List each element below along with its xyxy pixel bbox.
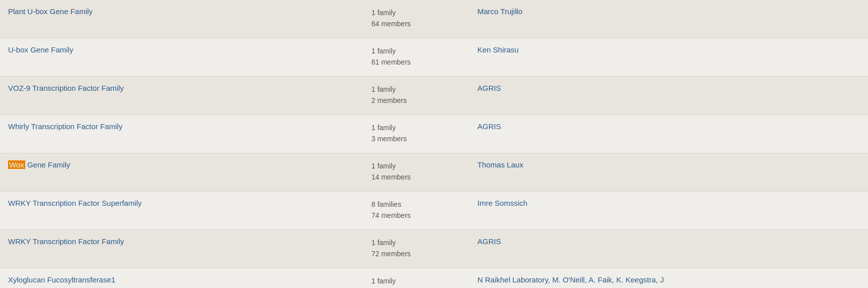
curator-link[interactable]: AGRIS — [477, 84, 501, 92]
family-name-link[interactable]: WRKY Transcription Factor Family — [8, 237, 124, 246]
families-count: 1 family — [371, 122, 461, 133]
highlight-text: Wox — [8, 160, 25, 169]
curator-link[interactable]: Imre Somssich — [477, 199, 527, 207]
curator-link[interactable]: Marco Trujillo — [477, 7, 522, 16]
family-stats: 1 family2 members — [363, 77, 469, 114]
families-count: 1 family — [371, 275, 461, 286]
family-name-link[interactable]: Wox Gene Family — [8, 160, 70, 169]
families-count: 1 family — [371, 7, 461, 18]
table-row: WRKY Transcription Factor Superfamily8 f… — [0, 192, 868, 230]
families-count: 1 family — [371, 84, 461, 95]
table-row: WRKY Transcription Factor Family1 family… — [0, 230, 868, 268]
curator-link[interactable]: AGRIS — [477, 237, 501, 246]
table-row: U-box Gene Family1 family61 membersKen S… — [0, 38, 868, 77]
members-count: 74 members — [371, 210, 461, 221]
family-name-link[interactable]: Plant U-box Gene Family — [8, 7, 93, 16]
table-row: VOZ-9 Transcription Factor Family1 famil… — [0, 77, 868, 115]
families-count: 1 family — [371, 45, 461, 56]
family-stats: 1 family3 members — [363, 115, 469, 153]
families-count: 8 families — [371, 199, 461, 210]
curator-link[interactable]: N Raikhel Laboratory, M. O'Neill, A. Fai… — [477, 275, 664, 284]
table-row: Xyloglucan Fucosyltransferase11 familyN … — [0, 268, 868, 288]
families-count: 1 family — [371, 237, 461, 248]
curator-link[interactable]: Ken Shirasu — [477, 45, 519, 54]
family-stats: 1 family61 members — [363, 38, 469, 76]
members-count: 72 members — [371, 248, 461, 259]
family-name-link[interactable]: U-box Gene Family — [8, 45, 73, 54]
members-count: 64 members — [371, 18, 461, 29]
family-stats: 1 family — [363, 268, 469, 288]
family-stats: 1 family14 members — [363, 153, 469, 191]
family-stats: 1 family72 members — [363, 230, 469, 268]
curator-link[interactable]: Thomas Laux — [477, 160, 523, 169]
family-name-link[interactable]: Xyloglucan Fucosyltransferase1 — [8, 275, 116, 284]
members-count: 61 members — [371, 56, 461, 68]
gene-family-table: Plant U-box Gene Family1 family64 member… — [0, 0, 868, 288]
table-row: Plant U-box Gene Family1 family64 member… — [0, 0, 868, 38]
families-count: 1 family — [371, 160, 461, 171]
members-count: 14 members — [371, 171, 461, 183]
curator-link[interactable]: AGRIS — [477, 122, 501, 131]
family-name-link[interactable]: VOZ-9 Transcription Factor Family — [8, 84, 124, 92]
members-count: 3 members — [371, 133, 461, 144]
table-row: Whirly Transcription Factor Family1 fami… — [0, 115, 868, 153]
family-stats: 1 family64 members — [363, 0, 469, 38]
members-count: 2 members — [371, 95, 461, 106]
family-name-link[interactable]: WRKY Transcription Factor Superfamily — [8, 199, 142, 207]
family-name-link[interactable]: Whirly Transcription Factor Family — [8, 122, 123, 131]
table-row: Wox Gene Family1 family14 membersThomas … — [0, 153, 868, 192]
family-stats: 8 families74 members — [363, 192, 469, 229]
